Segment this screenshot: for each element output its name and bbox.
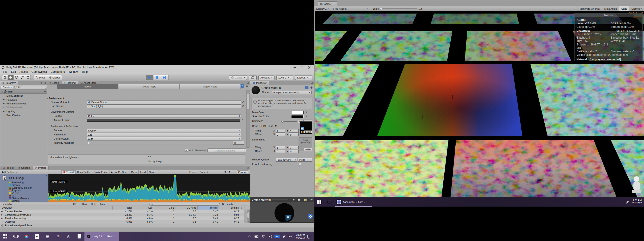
legend-native-memory[interactable]: Native Memory [0,197,48,200]
expand-arrow-icon[interactable]: ▶ [3,110,4,112]
table-row-coroutines[interactable]: ▶CoroutinesDelayedCalls 23.3%0.7% 48.9 K… [0,213,244,216]
tab-hierarchy[interactable]: ≡Hierarchy [0,81,18,85]
preview-sphere-icon[interactable] [298,198,300,201]
aspect-dropdown[interactable]: Free Aspect⇕ [331,6,370,11]
battery-icon[interactable] [253,232,260,241]
nm-tiling-x-field[interactable]: 1 [276,146,285,150]
eyedropper-icon[interactable]: ✎ [241,119,244,121]
tab-profiler[interactable]: ◷Profiler [33,166,49,170]
tiling-y-field[interactable]: 1 [289,129,298,133]
create-button[interactable]: Create [1,86,13,89]
panel-menu-icon[interactable]: ▾≡ [247,167,249,169]
help-icon[interactable]: ? [305,86,308,89]
task-view-button[interactable] [324,198,334,206]
play-button[interactable] [146,75,153,80]
hierarchy-item-while-paused[interactable]: ▶While paused [0,105,47,109]
mail-button[interactable]: ✉ [53,232,63,241]
taskbar-clock[interactable]: 1:52 PM 7/2/2017 [294,234,306,240]
table-row-overhead[interactable]: Overhead 6.9%6.9% 10 B 0.410.41 [0,220,244,223]
hierarchy-item-maincontroller[interactable]: MainController [0,94,47,98]
minimize-icon[interactable] [294,67,296,68]
scale-tool-button[interactable] [19,75,25,80]
slider-knob[interactable] [380,8,382,10]
subtab-object-maps[interactable]: Object maps [180,84,241,89]
profile-editor-button[interactable]: Profile Editor [92,170,110,174]
preview-header[interactable]: Chunk Material ▾≡ [250,197,314,202]
shininess-slider[interactable] [282,121,298,122]
wifi-icon[interactable] [260,232,267,241]
pen-icon[interactable] [624,198,631,206]
generate-lighting-button[interactable]: Generate Lighting [208,148,242,152]
menu-edit[interactable]: Edit [9,70,18,74]
gizmos-dropdown[interactable]: Gizmos [629,6,644,11]
chrome-button[interactable] [21,232,32,241]
shader-dropdown[interactable]: BumpedSpecularVtxCol▼ [272,91,312,94]
next-frame-icon[interactable]: ▶ [229,170,231,173]
taskbar-clock[interactable]: 1:52 PM 7/2/2017 [631,199,644,205]
scale-slider[interactable] [380,8,417,9]
object-picker-icon[interactable]: ⊙ [242,101,244,104]
task-view-button[interactable] [10,232,21,241]
scene-header-main[interactable]: ▼ Main ▾≡ [0,90,47,94]
pen-icon[interactable] [280,232,287,241]
save-button[interactable]: Save [148,170,156,174]
intensity-slider[interactable] [88,143,232,143]
tab-console[interactable]: ≣Console [16,166,33,170]
environment-header[interactable]: Environment▼ [47,97,250,100]
load-button[interactable]: Load [138,170,147,174]
legend-garbagecollector[interactable]: GarbageCollector [0,186,48,189]
menu-assets[interactable]: Assets [18,70,30,74]
start-button[interactable] [0,232,10,241]
expand-arrow-icon[interactable]: ▶ [3,102,4,104]
touch-keyboard-icon[interactable] [287,232,294,241]
deep-profile-button[interactable]: Deep Profile [76,170,92,174]
expand-arrow-icon[interactable]: ▶ [3,106,4,108]
account-dropdown[interactable]: Account [258,75,274,80]
preview-light-icon[interactable] [304,198,307,201]
active-profiler-dropdown[interactable]: Active Profiler [110,170,130,174]
menu-window[interactable]: Window [66,70,80,74]
nm-offset-x-field[interactable]: 0 [276,150,285,153]
panel-menu-icon[interactable]: ▾≡ [44,82,46,84]
start-button[interactable] [314,198,324,206]
action-center-button[interactable] [306,232,314,241]
menu-help[interactable]: Help [80,70,90,74]
assetbundle-tag-icon[interactable] [308,214,313,219]
legend-gi[interactable]: Gi [0,194,48,197]
env-source-dropdown[interactable]: Color⇕ [87,114,241,118]
collab-dropdown[interactable]: Collab [229,75,247,80]
col-warning-icon[interactable]: △ [240,206,244,210]
scroll-up-icon[interactable]: ▲ [247,91,249,92]
legend-rendering[interactable]: Rendering [0,181,48,184]
record-button[interactable]: Record [62,170,76,174]
current-frame-button[interactable]: Current [236,170,248,174]
hand-tool-button[interactable] [2,75,8,80]
calculator-button[interactable]: ▦ [42,232,53,241]
col-total[interactable]: Total [113,206,133,210]
col-overview[interactable]: Overview [0,206,113,210]
layout-dropdown[interactable]: Layout [295,75,312,80]
tiling-x-field[interactable]: 1 [276,129,285,133]
table-row-physics[interactable]: ▶Physics.Processing 8.3%4.6% 10 B 0.490.… [0,216,244,220]
specular-color-swatch[interactable] [291,115,304,118]
panel-menu-icon[interactable]: ▾≡ [311,82,314,84]
render-queue-dropdown[interactable]: From Shader⇕ [276,158,298,162]
hierarchy-item-pausable[interactable]: ▶Pausable [0,98,47,102]
enable-instancing-checkbox[interactable] [298,163,301,166]
hierarchy-item-persistent-canvas[interactable]: ▶Persistent canvas [0,102,47,105]
legend-physics[interactable]: Physics [0,189,48,192]
preview-play-icon[interactable] [293,198,295,201]
global-toggle[interactable]: Global [47,75,62,80]
hierarchy-item-lighting[interactable]: ▶Lighting [0,109,47,113]
intensity-value-field[interactable]: 0 [233,141,244,144]
preview-menu-icon[interactable]: ▾≡ [310,198,313,201]
flux-eye-icon[interactable] [274,232,280,241]
foldout-icon[interactable]: ▼ [1,90,3,92]
slider-knob[interactable] [88,142,90,144]
col-time-ms[interactable]: Time ms [198,206,219,210]
resolution-dropdown[interactable]: 128⇕ [87,133,241,136]
details-dropdown[interactable]: No details [222,203,234,206]
col-self[interactable]: Self [133,206,154,210]
maximize-icon[interactable] [301,66,303,68]
menu-file[interactable]: File [1,70,9,74]
